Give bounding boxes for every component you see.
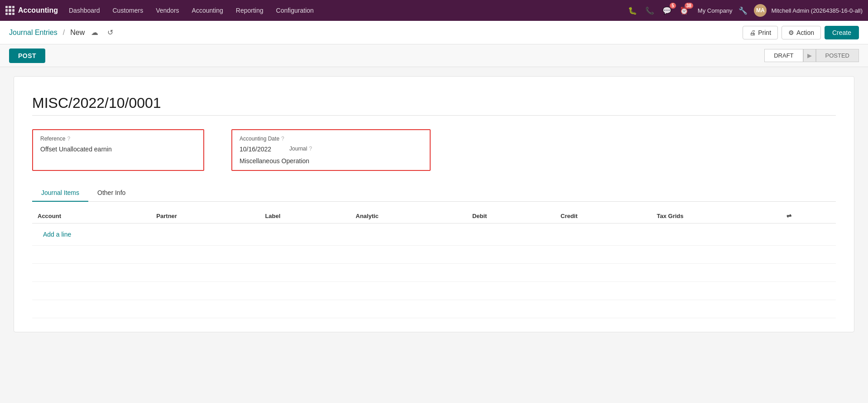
chat-badge: 5 [670,3,676,9]
status-posted: POSTED [816,49,859,62]
phone-icon[interactable]: 📞 [643,5,656,17]
printer-icon: 🖨 [749,29,756,36]
empty-row-1 [32,246,836,264]
col-credit: Credit [555,209,652,223]
action-button[interactable]: ⚙ Action [782,26,821,39]
empty-row-4 [32,300,836,318]
print-button[interactable]: 🖨 Print [743,26,778,39]
col-tax-grids: Tax Grids [652,209,782,223]
journal-value[interactable]: Miscellaneous Operation [240,157,422,165]
empty-row-3 [32,282,836,300]
undo-button[interactable]: ↺ [105,26,116,39]
bug-icon[interactable]: 🐛 [626,5,639,17]
nav-configuration[interactable]: Configuration [271,4,319,17]
breadcrumb-current: New [70,29,85,37]
breadcrumb-parent[interactable]: Journal Entries [9,29,58,37]
clock-badge: 38 [685,3,693,9]
form-card: MISC/2022/10/0001 Reference ? Offset Una… [14,76,854,332]
clock-icon[interactable]: ⏰ 38 [678,5,691,17]
action-label: Action [796,29,814,36]
nav-reporting[interactable]: Reporting [230,4,269,17]
col-analytic: Analytic [350,209,467,223]
nav-vendors[interactable]: Vendors [150,4,184,17]
journal-title: MISC/2022/10/0001 [32,95,836,116]
accounting-date-field-group: Accounting Date ? 10/16/2022 Journal ? M… [231,129,431,171]
empty-row-2 [32,264,836,282]
settings-icon[interactable]: 🔧 [737,5,749,17]
col-debit: Debit [467,209,555,223]
post-button[interactable]: POST [9,49,45,63]
date-item: 10/16/2022 [240,146,271,154]
user-name: Mitchell Admin (20264385-16-0-all) [771,7,863,14]
col-partner: Partner [151,209,259,223]
accounting-date-label: Accounting Date ? [240,136,422,142]
avatar[interactable]: MA [754,4,767,17]
nav-customers[interactable]: Customers [107,4,149,17]
company-name[interactable]: My Company [698,7,733,14]
add-line-button[interactable]: Add a line [38,227,77,242]
col-label: Label [259,209,350,223]
secondary-toolbar: Journal Entries / New ☁ ↺ 🖨 Print ⚙ Acti… [0,21,868,44]
status-draft: DRAFT [764,49,803,62]
reference-field-group: Reference ? Offset Unallocated earnin [32,129,204,171]
fields-row: Reference ? Offset Unallocated earnin Ac… [32,129,836,171]
accounting-date-inline: 10/16/2022 Journal ? [240,146,422,154]
add-line-row: Add a line [32,223,836,246]
brand-area[interactable]: Accounting [5,6,58,15]
create-button[interactable]: Create [825,26,859,39]
save-cloud-button[interactable]: ☁ [88,26,101,39]
breadcrumb-separator: / [63,29,65,37]
gear-icon: ⚙ [788,29,794,36]
nav-icons: 🐛 📞 💬 5 ⏰ 38 My Company 🔧 MA Mitchell Ad… [626,4,863,17]
tab-journal-items[interactable]: Journal Items [32,185,88,202]
reference-value[interactable]: Offset Unallocated earnin [40,146,196,153]
status-bar: DRAFT ▶ POSTED [764,49,859,62]
col-settings-icon[interactable]: ⇌ [781,209,836,223]
nav-dashboard[interactable]: Dashboard [63,4,106,17]
reference-help-icon[interactable]: ? [67,136,70,142]
nav-accounting[interactable]: Accounting [187,4,229,17]
accounting-date-value[interactable]: 10/16/2022 [240,146,271,153]
accounting-date-help-icon[interactable]: ? [281,136,284,142]
chat-icon[interactable]: 💬 5 [661,5,673,17]
main-content: MISC/2022/10/0001 Reference ? Offset Una… [0,67,868,403]
reference-label: Reference ? [40,136,196,142]
tabs-bar: Journal Items Other Info [32,185,836,202]
print-label: Print [758,29,771,36]
top-navigation: Accounting Dashboard Customers Vendors A… [0,0,868,21]
journal-items-table: Account Partner Label Analytic Debit Cre… [32,209,836,318]
action-bar: POST DRAFT ▶ POSTED [0,44,868,67]
journal-item: Journal ? [289,146,312,154]
status-arrow: ▶ [803,49,816,62]
grid-icon [5,6,14,15]
brand-name: Accounting [18,6,58,15]
col-account: Account [32,209,151,223]
journal-help-icon[interactable]: ? [309,146,312,152]
tab-other-info[interactable]: Other Info [88,185,134,202]
journal-label: Journal ? [289,146,312,152]
